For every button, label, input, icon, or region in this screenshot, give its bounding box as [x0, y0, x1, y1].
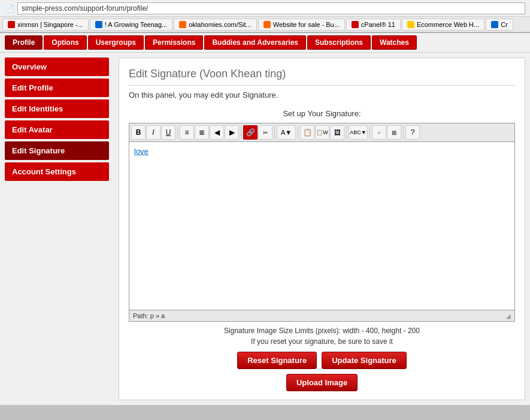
setup-label: Set up Your Signature:	[129, 109, 515, 118]
tab-usergroups[interactable]: Usergroups	[88, 35, 144, 50]
bookmarks-bar: xinmsn | Singapore -... ! A Growing Teen…	[0, 17, 530, 32]
bookmark-label: xinmsn | Singapore -...	[17, 21, 83, 28]
bookmark-fav-icon	[179, 21, 186, 28]
toolbar-separator	[274, 126, 275, 138]
bookmark-growing[interactable]: ! A Growing Teenag...	[90, 19, 172, 31]
bookmark-fav-icon	[8, 21, 15, 28]
bookmark-label: Website for sale - Bu...	[273, 21, 340, 28]
action-buttons: Reset Signature Update Signature	[129, 352, 515, 369]
bookmark-oklahomies[interactable]: oklahomies.com/Sit...	[174, 19, 257, 31]
tab-subscriptions[interactable]: Subscriptions	[307, 35, 371, 50]
editor-container: B I U ≡ ≣ ◀ ▶ 🔗 ✂ A▼ 📋 📋W 🖼	[129, 123, 515, 322]
bookmark-cr[interactable]: Cr	[486, 19, 513, 31]
bookmark-fav-icon	[352, 21, 359, 28]
toolbar-separator	[298, 126, 298, 138]
bookmark-fav-icon	[264, 21, 271, 28]
page-title: Edit Signature (Voon Khean ting)	[129, 68, 515, 86]
sidebar-item-edit-profile[interactable]: Edit Profile	[5, 78, 109, 97]
sidebar-item-account-settings[interactable]: Account Settings	[5, 162, 109, 181]
toolbar-ordered-list-button[interactable]: ≣	[195, 125, 209, 140]
limits-text: Signature Image Size Limits (pixels): wi…	[129, 327, 515, 335]
toolbar-bold-button[interactable]: B	[131, 125, 146, 140]
bookmark-cpanel[interactable]: cPanel® 11	[346, 19, 401, 31]
sidebar-item-overview[interactable]: Overview	[5, 58, 109, 76]
upload-image-button[interactable]: Upload Image	[286, 374, 358, 391]
toolbar-image-button[interactable]: 🖼	[330, 125, 344, 140]
toolbar-table-row-button[interactable]: ▫	[372, 125, 386, 140]
editor-footer: Path: p » a ◢	[129, 310, 514, 321]
bookmark-website[interactable]: Website for sale - Bu...	[258, 19, 345, 31]
toolbar-unordered-list-button[interactable]: ≡	[180, 125, 194, 140]
forum-tabs: Profile Options Usergroups Permissions B…	[0, 33, 530, 53]
resize-handle[interactable]: ◢	[506, 313, 511, 319]
reset-signature-button[interactable]: Reset Signature	[237, 352, 317, 369]
page-title-main: Edit Signature	[129, 68, 199, 80]
address-bar: 📄	[0, 0, 530, 17]
toolbar-spellcheck-button[interactable]: ABC▼	[349, 125, 368, 140]
toolbar-separator	[403, 126, 404, 138]
address-input[interactable]	[17, 2, 525, 14]
sidebar-item-edit-signature[interactable]: Edit Signature	[5, 141, 109, 160]
bookmark-label: oklahomies.com/Sit...	[189, 21, 252, 28]
bookmark-fav-icon	[407, 21, 414, 28]
sidebar-item-edit-identities[interactable]: Edit Identities	[5, 99, 109, 118]
tab-profile[interactable]: Profile	[5, 35, 43, 50]
toolbar-table-button[interactable]: ⊞	[387, 125, 401, 140]
toolbar-separator	[346, 126, 347, 138]
toolbar-underline-button[interactable]: U	[161, 125, 175, 140]
upload-btn-container: Upload Image	[129, 374, 515, 391]
tab-options[interactable]: Options	[44, 35, 86, 50]
toolbar-unlink-button[interactable]: ✂	[258, 125, 272, 140]
toolbar-link-button[interactable]: 🔗	[243, 125, 258, 140]
bookmark-label: ! A Growing Teenag...	[105, 21, 167, 28]
browser-chrome: 📄 xinmsn | Singapore -... ! A Growing Te…	[0, 0, 530, 33]
tab-watches[interactable]: Watches	[372, 35, 417, 50]
tab-permissions[interactable]: Permissions	[145, 35, 203, 50]
lock-icon: 📄	[5, 4, 14, 13]
toolbar-paste-button[interactable]: 📋	[300, 125, 314, 140]
toolbar-separator	[177, 126, 178, 138]
tab-buddies[interactable]: Buddies and Adversaries	[204, 35, 306, 50]
toolbar-italic-button[interactable]: I	[146, 125, 160, 140]
toolbar-font-color-button[interactable]: A▼	[277, 125, 296, 140]
update-signature-button[interactable]: Update Signature	[322, 352, 407, 369]
sidebar-item-edit-avatar[interactable]: Edit Avatar	[5, 120, 109, 139]
toolbar-help-button[interactable]: ?	[405, 125, 420, 140]
bookmark-label: Cr	[501, 21, 508, 28]
bookmark-fav-icon	[491, 21, 498, 28]
bookmark-fav-icon	[95, 21, 102, 28]
save-note: If you reset your signature, be sure to …	[129, 337, 515, 346]
bookmark-label: Ecommerce Web H...	[417, 21, 479, 28]
editor-link-love[interactable]: love	[134, 147, 149, 156]
toolbar-separator	[370, 126, 370, 138]
main-layout: Overview Edit Profile Edit Identities Ed…	[0, 53, 530, 405]
bookmark-xinmsn[interactable]: xinmsn | Singapore -...	[2, 19, 89, 31]
bookmark-ecommerce[interactable]: Ecommerce Web H...	[402, 19, 484, 31]
sidebar: Overview Edit Profile Edit Identities Ed…	[0, 53, 114, 405]
page-content: Profile Options Usergroups Permissions B…	[0, 33, 530, 405]
toolbar-outdent-button[interactable]: ◀	[210, 125, 224, 140]
editor-path: Path: p » a	[133, 312, 165, 319]
bookmark-label: cPanel® 11	[361, 21, 395, 28]
editor-body[interactable]: love	[129, 142, 514, 310]
editor-toolbar: B I U ≡ ≣ ◀ ▶ 🔗 ✂ A▼ 📋 📋W 🖼	[129, 123, 514, 142]
toolbar-indent-button[interactable]: ▶	[225, 125, 239, 140]
content-area: Edit Signature (Voon Khean ting) On this…	[119, 58, 525, 400]
toolbar-separator	[241, 126, 241, 138]
description-text: On this panel, you may edit your Signatu…	[129, 90, 515, 99]
page-title-user: (Voon Khean ting)	[199, 68, 286, 80]
toolbar-paste-word-button[interactable]: 📋W	[315, 125, 329, 140]
